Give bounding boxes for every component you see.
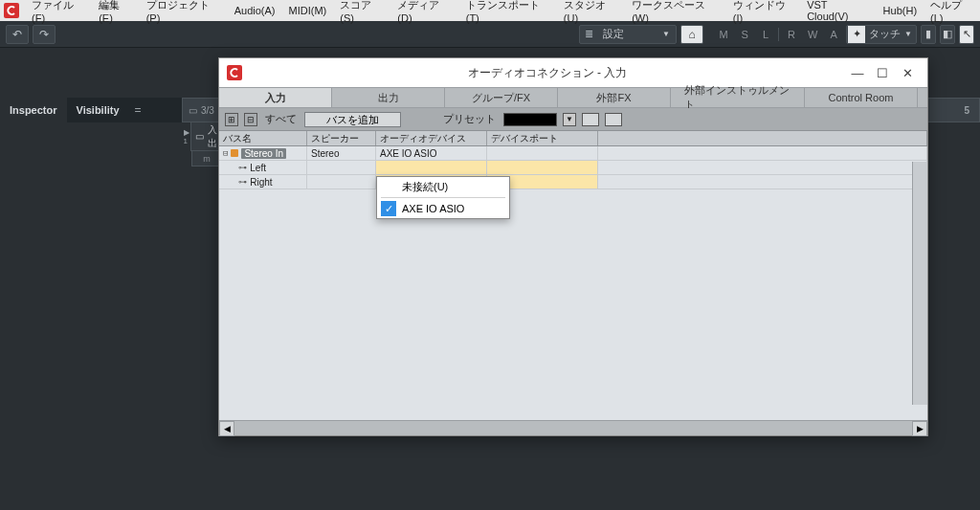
expand-all-button[interactable]: ⊞ bbox=[225, 113, 238, 126]
pointer-tool[interactable]: ↖ bbox=[959, 25, 974, 44]
column-headers: バス名 スピーカー オーディオデバイス デバイスポート bbox=[219, 131, 927, 146]
collapse-all-button[interactable]: ⊟ bbox=[244, 113, 257, 126]
menu-studio[interactable]: スタジオ(U) bbox=[557, 0, 625, 24]
tab-output[interactable]: 出力 bbox=[332, 88, 445, 107]
tab-external-instrument[interactable]: 外部インストゥルメント bbox=[671, 88, 805, 107]
tab-externalfx[interactable]: 外部FX bbox=[558, 88, 671, 107]
read-toggle[interactable]: R bbox=[783, 25, 800, 44]
menu-edit[interactable]: 編集(E) bbox=[92, 0, 139, 24]
popup-option-device[interactable]: ✓ AXE IO ASIO bbox=[377, 199, 509, 218]
list-icon: ≣ bbox=[580, 28, 597, 40]
tool-button-2[interactable]: ◧ bbox=[940, 25, 955, 44]
solo-toggle[interactable]: S bbox=[736, 25, 753, 44]
main-toolbar: ↶ ↷ ≣ 設定 ▼ ⌂ M S L R W A ✦ タッチ ▼ ▮ ◧ ↖ bbox=[0, 21, 980, 48]
track-marker[interactable]: ▶1 bbox=[182, 122, 190, 151]
add-bus-button[interactable]: バスを追加 bbox=[304, 112, 401, 127]
table-row[interactable]: ⊟Stereo In Stereo AXE IO ASIO bbox=[219, 146, 927, 161]
col-audiodevice[interactable]: オーディオデバイス bbox=[376, 131, 487, 145]
col-speaker[interactable]: スピーカー bbox=[307, 131, 376, 145]
col-busname[interactable]: バス名 bbox=[219, 131, 307, 145]
track-count: ▭ 3/3 bbox=[182, 98, 222, 122]
listen-toggle[interactable]: L bbox=[757, 25, 774, 44]
col-spacer bbox=[598, 131, 927, 145]
menu-project[interactable]: プロジェクト(P) bbox=[140, 0, 228, 24]
speaker-icon bbox=[231, 149, 238, 157]
mute-toggle[interactable]: M bbox=[715, 25, 732, 44]
menu-file[interactable]: ファイル(F) bbox=[25, 0, 92, 24]
menu-vstcloud[interactable]: VST Cloud(V) bbox=[800, 0, 876, 22]
write-toggle[interactable]: W bbox=[804, 25, 821, 44]
tool-button-1[interactable]: ▮ bbox=[921, 25, 936, 44]
tab-input[interactable]: 入力 bbox=[219, 88, 332, 107]
minimize-button[interactable]: — bbox=[845, 60, 870, 85]
home-button[interactable]: ⌂ bbox=[680, 25, 703, 44]
settings-dropdown[interactable]: ≣ 設定 ▼ bbox=[579, 25, 677, 44]
preset-label: プリセット bbox=[441, 112, 498, 126]
tab-groupfx[interactable]: グループ/FX bbox=[445, 88, 558, 107]
ruler-mark: 5 bbox=[964, 105, 969, 116]
tab-inspector[interactable]: Inspector bbox=[0, 98, 67, 122]
audio-connections-dialog: オーディオコネクション - 入力 — ☐ ✕ 入力 出力 グループ/FX 外部F… bbox=[218, 57, 928, 436]
bus-grid: ⊟Stereo In Stereo AXE IO ASIO ⊶Left ⊶Rig… bbox=[219, 146, 927, 420]
track-list: ▭ 3/3 ▶1 ▭ 入出 m bbox=[182, 48, 222, 510]
chevron-down-icon: ▼ bbox=[904, 30, 916, 38]
redo-button[interactable]: ↷ bbox=[33, 25, 56, 44]
vertical-scrollbar[interactable] bbox=[912, 162, 927, 405]
maximize-button[interactable]: ☐ bbox=[870, 60, 895, 85]
automation-mode-dropdown[interactable]: ✦ タッチ ▼ bbox=[846, 25, 917, 44]
popup-option-unconnected[interactable]: 未接続(U) bbox=[377, 177, 509, 196]
folder-icon: ▭ bbox=[195, 131, 204, 142]
app-icon bbox=[4, 3, 19, 18]
table-row[interactable]: ⊶Right bbox=[219, 175, 927, 189]
menu-bar: ファイル(F) 編集(E) プロジェクト(P) Audio(A) MIDI(M)… bbox=[0, 0, 980, 21]
menu-audio[interactable]: Audio(A) bbox=[228, 5, 282, 16]
dialog-titlebar[interactable]: オーディオコネクション - 入力 — ☐ ✕ bbox=[219, 58, 927, 87]
bolt-icon: ✦ bbox=[848, 26, 865, 43]
tab-equals-icon[interactable]: = bbox=[129, 103, 147, 117]
popup-divider bbox=[381, 197, 505, 198]
svg-rect-1 bbox=[227, 65, 242, 80]
menu-score[interactable]: スコア(S) bbox=[333, 0, 390, 24]
table-row[interactable]: ⊶Left bbox=[219, 161, 927, 175]
horizontal-scrollbar[interactable]: ◀ ▶ bbox=[219, 420, 927, 435]
close-button[interactable]: ✕ bbox=[895, 60, 920, 85]
tree-toggle-icon[interactable]: ⊟ bbox=[223, 148, 228, 158]
device-popup: 未接続(U) ✓ AXE IO ASIO bbox=[376, 176, 510, 219]
preset-save-button[interactable] bbox=[582, 113, 599, 126]
dialog-title: オーディオコネクション - 入力 bbox=[250, 65, 845, 81]
preset-delete-button[interactable] bbox=[605, 113, 622, 126]
menu-midi[interactable]: MIDI(M) bbox=[282, 5, 334, 16]
tab-visibility[interactable]: Visibility bbox=[67, 98, 129, 122]
col-deviceport[interactable]: デバイスポート bbox=[487, 131, 598, 145]
chevron-down-icon: ▼ bbox=[662, 30, 676, 38]
tab-controlroom[interactable]: Control Room bbox=[805, 88, 918, 107]
menu-workspace[interactable]: ワークスペース(W) bbox=[625, 0, 726, 24]
dialog-toolbar: ⊞ ⊟ すべて バスを追加 プリセット ▼ bbox=[219, 108, 927, 131]
dialog-body: バス名 スピーカー オーディオデバイス デバイスポート ⊟Stereo In S… bbox=[219, 131, 927, 435]
undo-button[interactable]: ↶ bbox=[6, 25, 29, 44]
all-label: すべて bbox=[263, 112, 299, 126]
menu-transport[interactable]: トランスポート(T) bbox=[459, 0, 557, 24]
left-panel: Inspector Visibility = bbox=[0, 48, 182, 510]
preset-field[interactable] bbox=[503, 113, 557, 126]
preset-dropdown[interactable]: ▼ bbox=[563, 113, 576, 126]
menu-media[interactable]: メディア(D) bbox=[390, 0, 458, 24]
badge-icon: ▭ bbox=[189, 105, 197, 116]
menu-help[interactable]: ヘルプ(L) bbox=[924, 0, 980, 24]
scroll-right-icon[interactable]: ▶ bbox=[912, 421, 927, 436]
scroll-left-icon[interactable]: ◀ bbox=[219, 421, 234, 436]
menu-hub[interactable]: Hub(H) bbox=[877, 5, 924, 16]
a-toggle[interactable]: A bbox=[825, 25, 842, 44]
check-icon: ✓ bbox=[381, 201, 396, 216]
svg-rect-0 bbox=[4, 3, 19, 18]
menu-window[interactable]: ウィンドウ(I) bbox=[726, 0, 800, 24]
dialog-tabs: 入力 出力 グループ/FX 外部FX 外部インストゥルメント Control R… bbox=[219, 87, 927, 108]
app-icon bbox=[227, 65, 242, 80]
